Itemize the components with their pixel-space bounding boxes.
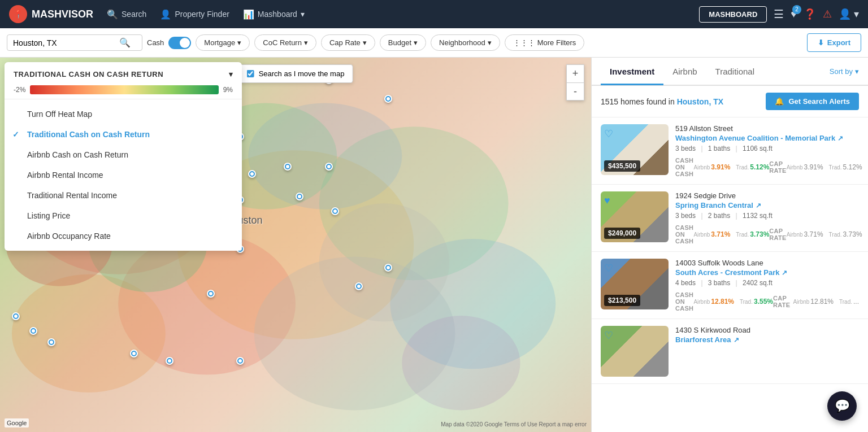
listing-img-1: $435,500 ♡ (601, 124, 669, 175)
listing-specs-2: 3 beds | 2 baths | 1132 sq.ft (675, 212, 862, 220)
tab-traditional[interactable]: Traditional (706, 59, 763, 84)
heatmap-chevron[interactable]: ▾ (229, 70, 233, 78)
panel-tabs: Investment Airbnb Traditional Sort by ▾ (592, 58, 868, 86)
listing-neighborhood-3[interactable]: South Acres - Crestmont Park ↗ (675, 268, 859, 277)
listing-info-4: 1430 S Kirkwood Road Briarforest Area ↗ (675, 326, 859, 377)
map-pin-9[interactable] (384, 264, 392, 272)
listing-card-4: ♡ 1430 S Kirkwood Road Briarforest Area … (592, 319, 868, 384)
budget-filter[interactable]: Budget ▾ (380, 34, 426, 51)
map-pin-15[interactable] (29, 327, 37, 335)
listing-neighborhood-1[interactable]: Washington Avenue Coalition - Memorial P… (675, 134, 862, 142)
location-input-wrap: 🔍 (7, 34, 142, 51)
listing-metrics-2: CASH ON CASH Airbnb3.71% Trad.3.73% CAP … (675, 224, 862, 245)
export-button[interactable]: ⬇ Export (807, 33, 861, 52)
cash-toggle[interactable] (168, 37, 191, 49)
listing-img-4: ♡ (601, 326, 669, 377)
listing-address-1: 519 Allston Street (675, 124, 862, 133)
map-pin-16[interactable] (47, 338, 55, 346)
map-pin-14[interactable] (12, 312, 20, 320)
cash-label: Cash (147, 38, 164, 47)
menu-icon-btn[interactable]: ☰ (774, 7, 784, 21)
logo[interactable]: 📍 MASHVISOR (9, 5, 93, 23)
logo-text: MASHVISOR (32, 8, 93, 20)
heatmap-item-turn-off[interactable]: Turn Off Heat Map (5, 104, 242, 124)
cap-rate-row-3: CAP RATE Airbnb12.81% Trad.... (773, 291, 859, 312)
listing-card-1: $435,500 ♡ 519 Allston Street Washington… (592, 117, 868, 185)
nav-search[interactable]: 🔍 Search (107, 9, 146, 20)
listing-price-1: $435,500 (604, 160, 640, 172)
heatmap-item-trad-income[interactable]: Traditional Rental Income (5, 185, 242, 206)
ext-link-icon-1: ↗ (837, 134, 843, 142)
map-pin-17[interactable] (130, 350, 138, 357)
ext-link-icon-3: ↗ (782, 269, 787, 277)
listing-heart-3[interactable]: ♡ (604, 262, 613, 274)
map-pin-4[interactable] (284, 163, 292, 171)
listing-info-1: 519 Allston Street Washington Avenue Coa… (675, 124, 862, 177)
listing-metrics-1: CASH ON CASH Airbnb3.91% Trad.5.12% CAP … (675, 157, 862, 177)
sort-by-btn[interactable]: Sort by ▾ (830, 67, 859, 76)
map-pin-10[interactable] (355, 282, 363, 290)
mortgage-filter[interactable]: Mortgage ▾ (196, 34, 250, 51)
zoom-out-btn[interactable]: - (566, 82, 584, 101)
coc-row-2: CASH ON CASH Airbnb3.71% Trad.3.73% (675, 224, 769, 245)
tab-investment[interactable]: Investment (601, 59, 663, 84)
nav-property-finder[interactable]: 👤 Property Finder (160, 9, 229, 20)
map-pin-5[interactable] (325, 163, 333, 171)
chat-button[interactable]: 💬 (827, 391, 857, 421)
results-city: Houston, TX (677, 97, 723, 106)
heatmap-item-traditional-coc[interactable]: Traditional Cash on Cash Return (5, 124, 242, 145)
heart-badge: 2 (792, 5, 801, 14)
listing-specs-3: 4 beds | 3 baths | 2402 sq.ft (675, 279, 859, 287)
nav-mashboard[interactable]: 📊 Mashboard ▾ (243, 9, 305, 20)
listing-info-3: 14003 Suffolk Woods Lane South Acres - C… (675, 259, 859, 312)
more-filters-btn[interactable]: ⋮⋮⋮ More Filters (505, 34, 585, 51)
tab-airbnb[interactable]: Airbnb (663, 59, 706, 84)
cap-rate-filter[interactable]: Cap Rate ▾ (321, 34, 375, 51)
listing-heart-2[interactable]: ♥ (604, 195, 610, 207)
listing-img-2: $249,000 ♥ (601, 191, 669, 242)
listing-address-2: 1924 Sedgie Drive (675, 191, 862, 200)
listing-neighborhood-4[interactable]: Briarforest Area ↗ (675, 335, 859, 344)
listing-neighborhood-2[interactable]: Spring Branch Central ↗ (675, 201, 862, 210)
heart-icon-btn[interactable]: ♥ 2 (791, 8, 797, 20)
gradient-min: -2% (14, 86, 25, 94)
mashboard-button[interactable]: MASHBOARD (699, 6, 767, 23)
map-pin-3[interactable] (384, 95, 392, 103)
heatmap-header: TRADITIONAL CASH ON CASH RETURN ▾ (5, 62, 242, 81)
map-pin-18[interactable] (166, 357, 173, 365)
listing-heart-1[interactable]: ♡ (604, 128, 613, 140)
coc-return-filter[interactable]: CoC Return ▾ (254, 34, 316, 51)
heatmap-item-airbnb-coc[interactable]: Airbnb Cash on Cash Return (5, 145, 242, 165)
listing-card-3: $213,500 ♡ 14003 Suffolk Woods Lane Sout… (592, 252, 868, 319)
listing-img-3: $213,500 ♡ (601, 259, 669, 309)
listing-heart-4[interactable]: ♡ (604, 329, 613, 342)
search-as-i-move-checkbox[interactable] (247, 70, 254, 77)
user-icon-btn[interactable]: 👤 ▾ (839, 8, 859, 20)
location-input[interactable] (13, 38, 115, 47)
map-pin-21[interactable] (248, 170, 256, 178)
listing-specs-1: 3 beds | 1 baths | 1106 sq.ft (675, 145, 862, 152)
gradient-bar (30, 85, 218, 94)
heatmap-item-airbnb-income[interactable]: Airbnb Rental Income (5, 165, 242, 185)
gradient-max: 9% (223, 86, 233, 94)
cap-rate-row-1: CAP RATE Airbnb3.91% Trad.5.12% (769, 157, 862, 177)
listing-card-2: $249,000 ♥ 1924 Sedgie Drive Spring Bran… (592, 185, 868, 252)
get-search-alerts-btn[interactable]: 🔔 Get Search Alerts (766, 93, 859, 110)
heatmap-divider (5, 99, 242, 99)
map-pin-13[interactable] (207, 290, 215, 298)
zoom-in-btn[interactable]: + (566, 64, 584, 82)
google-brand: Google (5, 418, 29, 427)
heatmap-dropdown: TRADITIONAL CASH ON CASH RETURN ▾ -2% 9%… (5, 62, 242, 251)
map-pin-19[interactable] (236, 357, 244, 365)
location-search-icon[interactable]: 🔍 (119, 37, 131, 48)
heatmap-item-listing-price[interactable]: Listing Price (5, 206, 242, 226)
map-pin-6[interactable] (296, 193, 303, 200)
heatmap-item-airbnb-occ[interactable]: Airbnb Occupancy Rate (5, 226, 242, 246)
help-icon-btn[interactable]: ❓ (804, 8, 816, 20)
heatmap-gradient-bar-row: -2% 9% (14, 85, 233, 94)
user-alert-icon[interactable]: ⚠ (823, 8, 832, 20)
map-pin-7[interactable] (331, 207, 339, 215)
right-panel: Investment Airbnb Traditional Sort by ▾ … (591, 58, 868, 432)
listing-address-3: 14003 Suffolk Woods Lane (675, 259, 859, 267)
neighborhood-filter[interactable]: Neighborhood ▾ (431, 34, 500, 51)
